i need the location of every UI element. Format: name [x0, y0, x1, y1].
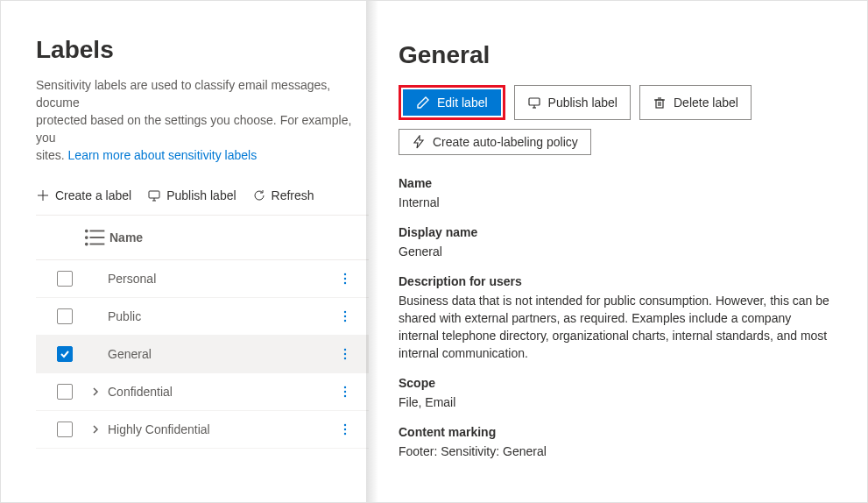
more-vertical-icon [338, 347, 352, 361]
labels-table-body: PersonalPublicGeneralConfidentialHighly … [36, 260, 369, 449]
row-name: Confidential [108, 385, 332, 399]
delete-label-button[interactable]: Delete label [639, 85, 752, 120]
table-row[interactable]: Confidential [36, 373, 369, 411]
chevron-right-icon[interactable] [90, 424, 101, 435]
row-name: Personal [108, 272, 332, 286]
page-description: Sensitivity labels are used to classify … [36, 76, 369, 164]
row-more-button[interactable] [332, 309, 358, 323]
svg-point-21 [344, 391, 346, 393]
svg-rect-29 [656, 100, 663, 108]
publish-label-text: Publish label [166, 188, 236, 202]
table-row[interactable]: General [36, 336, 369, 373]
table-row[interactable]: Highly Confidential [36, 411, 369, 449]
row-name: Public [108, 309, 332, 323]
more-vertical-icon [338, 422, 352, 436]
row-more-button[interactable] [332, 385, 358, 399]
pencil-icon [416, 96, 430, 110]
trash-icon [653, 96, 667, 110]
desc-line2: protected based on the settings you choo… [36, 113, 351, 145]
edit-label-text: Edit label [437, 96, 488, 110]
refresh-button[interactable]: Refresh [252, 188, 314, 202]
svg-point-18 [344, 353, 346, 355]
desc-line3: sites. [36, 148, 68, 162]
create-label-text: Create a label [55, 188, 131, 202]
field-value: File, Email [399, 393, 832, 411]
publish-label-detail-button[interactable]: Publish label [514, 85, 631, 120]
publish-label-detail-text: Publish label [548, 96, 617, 110]
delete-label-text: Delete label [674, 96, 738, 110]
detail-field: ScopeFile, Email [399, 376, 832, 411]
svg-point-8 [86, 230, 88, 232]
row-checkbox[interactable] [57, 308, 73, 324]
command-bar: Create a label Publish label Refresh [36, 181, 369, 215]
detail-fields: NameInternalDisplay nameGeneralDescripti… [399, 176, 832, 460]
refresh-icon [252, 188, 266, 202]
row-checkbox[interactable] [57, 271, 73, 287]
create-auto-labeling-text: Create auto-labeling policy [433, 135, 578, 149]
svg-point-25 [344, 433, 346, 435]
detail-actions-row-2: Create auto-labeling policy [399, 129, 832, 155]
create-auto-labeling-button[interactable]: Create auto-labeling policy [399, 129, 591, 155]
learn-more-link[interactable]: Learn more about sensitivity labels [68, 148, 258, 162]
svg-point-15 [344, 315, 346, 317]
field-value: General [399, 243, 832, 260]
field-label: Name [399, 176, 832, 190]
chevron-right-icon[interactable] [90, 386, 101, 397]
publish-label-button[interactable]: Publish label [147, 188, 236, 202]
edit-label-button[interactable]: Edit label [403, 89, 501, 116]
detail-title: General [399, 41, 832, 69]
row-checkbox[interactable] [57, 384, 73, 400]
row-more-button[interactable] [332, 347, 358, 361]
monitor-icon [147, 188, 161, 202]
svg-point-14 [344, 311, 346, 313]
field-value: Footer: Sensitivity: General [399, 443, 832, 460]
desc-line1: Sensitivity labels are used to classify … [36, 78, 330, 110]
svg-point-16 [344, 320, 346, 322]
field-label: Display name [399, 225, 832, 239]
svg-point-10 [86, 244, 88, 245]
field-value: Internal [399, 194, 832, 211]
row-name: General [108, 347, 332, 361]
row-more-button[interactable] [332, 272, 358, 286]
field-label: Description for users [399, 274, 832, 288]
svg-point-20 [344, 386, 346, 388]
svg-rect-2 [149, 191, 159, 198]
label-detail-pane: General Edit label Publish label Delete … [369, 1, 867, 502]
detail-field: NameInternal [399, 176, 832, 211]
detail-field: Description for usersBusiness data that … [399, 274, 832, 362]
svg-rect-26 [529, 98, 540, 105]
table-row[interactable]: Personal [36, 260, 369, 298]
labels-list-pane: Labels Sensitivity labels are used to cl… [1, 1, 369, 502]
page-title: Labels [36, 36, 369, 64]
table-header: Name [36, 215, 369, 260]
plus-icon [36, 188, 50, 202]
create-label-button[interactable]: Create a label [36, 188, 131, 202]
svg-point-9 [86, 237, 88, 238]
detail-field: Content markingFooter: Sensitivity: Gene… [399, 425, 832, 460]
detail-field: Display nameGeneral [399, 225, 832, 260]
svg-point-19 [344, 358, 346, 359]
refresh-text: Refresh [272, 188, 314, 202]
field-label: Content marking [399, 425, 832, 439]
more-vertical-icon [338, 309, 352, 323]
row-checkbox[interactable] [57, 346, 73, 362]
edit-button-highlight: Edit label [399, 85, 505, 120]
more-vertical-icon [338, 385, 352, 399]
row-more-button[interactable] [332, 422, 358, 436]
svg-point-22 [344, 395, 346, 397]
row-checkbox[interactable] [57, 422, 73, 437]
svg-point-12 [344, 278, 346, 280]
svg-point-24 [344, 429, 346, 430]
svg-point-13 [344, 282, 346, 284]
svg-marker-34 [414, 136, 423, 148]
monitor-icon [527, 96, 541, 110]
more-vertical-icon [338, 272, 352, 286]
list-icon [83, 224, 109, 251]
detail-actions-row-1: Edit label Publish label Delete label [399, 85, 832, 120]
table-row[interactable]: Public [36, 298, 369, 336]
column-header-name[interactable]: Name [109, 230, 332, 244]
svg-point-17 [344, 349, 346, 351]
field-label: Scope [399, 376, 832, 390]
lightning-icon [412, 135, 426, 149]
svg-point-23 [344, 424, 346, 426]
